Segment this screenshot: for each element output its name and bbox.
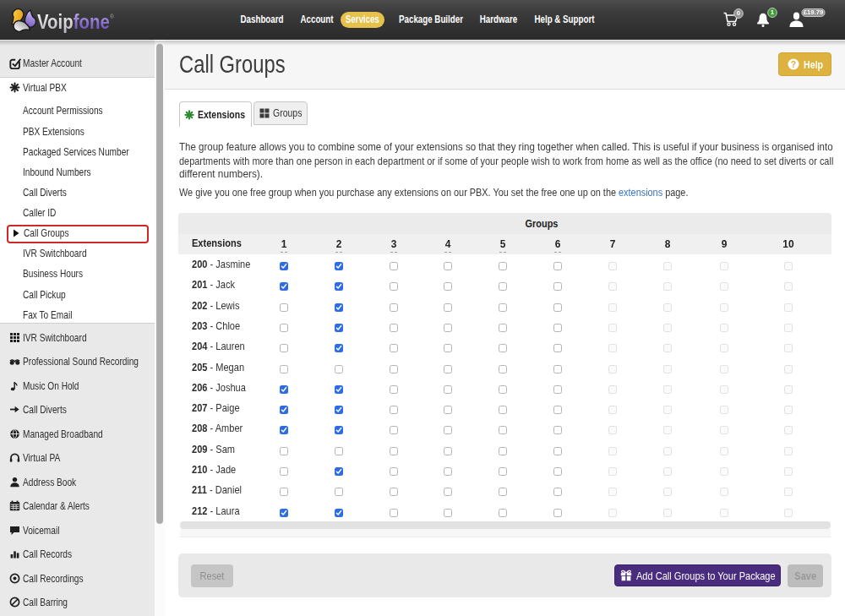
svg-text:?: ? [790,59,795,69]
